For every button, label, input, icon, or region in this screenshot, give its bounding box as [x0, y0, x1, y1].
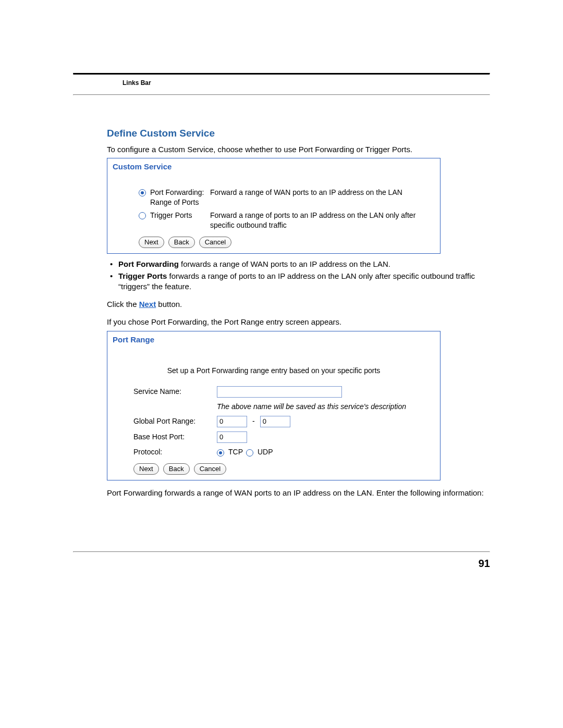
bullet-trigger-ports: Trigger Ports forwards a range of ports …	[107, 271, 490, 292]
row-global-port-range: Global Port Range: -	[113, 416, 435, 427]
custom-service-panel: Custom Service Port Forwarding: Range of…	[107, 158, 440, 254]
protocol-tcp-radio[interactable]	[217, 449, 224, 456]
page-number: 91	[479, 557, 490, 571]
base-host-port-label: Base Host Port:	[133, 432, 217, 442]
bullet-port-forwarding: Port Forwarding forwards a range of WAN …	[107, 259, 490, 269]
back-button[interactable]: Back	[168, 237, 195, 249]
click-next-line: Click the Next button.	[107, 299, 490, 310]
radio-selected-icon[interactable]	[139, 189, 146, 196]
port-range-panel: Port Range Set up a Port Forwarding rang…	[107, 331, 440, 480]
content-area: Define Custom Service To configure a Cus…	[107, 127, 490, 498]
section-title: Define Custom Service	[107, 127, 490, 140]
option-trigger-ports-label: Trigger Ports	[150, 211, 210, 220]
port-range-title: Port Range	[113, 335, 435, 345]
section-intro: To configure a Custom Service, choose wh…	[107, 144, 490, 155]
service-name-input[interactable]	[217, 386, 342, 398]
port-range-intro: Set up a Port Forwarding range entry bas…	[113, 366, 435, 376]
row-protocol: Protocol: TCP UDP	[113, 447, 435, 457]
custom-service-buttons: Next Back Cancel	[139, 237, 435, 249]
row-base-host-port: Base Host Port:	[113, 431, 435, 443]
port-range-buttons: Next Back Cancel	[133, 463, 435, 475]
next-button[interactable]: Next	[133, 463, 159, 475]
explanation-bullets: Port Forwarding forwards a range of WAN …	[107, 259, 490, 292]
protocol-udp-radio[interactable]	[246, 449, 253, 456]
bullet-term: Port Forwarding	[118, 260, 179, 268]
cancel-button[interactable]: Cancel	[194, 463, 226, 475]
row-service-name: Service Name:	[113, 386, 435, 398]
row-service-name-hint: The above name will be saved as this ser…	[113, 402, 435, 412]
top-thin-rule	[73, 94, 490, 95]
service-name-hint: The above name will be saved as this ser…	[217, 402, 406, 412]
custom-service-title: Custom Service	[113, 162, 435, 172]
option-port-forwarding-desc: Forward a range of WAN ports to an IP ad…	[210, 188, 435, 198]
click-next-suffix: button.	[156, 300, 182, 309]
protocol-udp-label: UDP	[258, 447, 273, 457]
service-name-label: Service Name:	[133, 387, 217, 397]
next-button[interactable]: Next	[139, 237, 164, 249]
closing-paragraph: Port Forwarding forwards a range of WAN …	[107, 488, 490, 498]
global-port-to-input[interactable]	[260, 416, 290, 427]
option-trigger-ports-desc: Forward a range of ports to an IP addres…	[210, 211, 435, 230]
back-button[interactable]: Back	[163, 463, 190, 475]
option-port-forwarding-label: Port Forwarding: Range of Ports	[150, 188, 210, 207]
footer-rule	[73, 551, 490, 552]
port-range-intro-text: If you chose Port Forwarding, the Port R…	[107, 317, 490, 327]
protocol-tcp-label: TCP	[228, 447, 243, 457]
global-port-range-label: Global Port Range:	[133, 416, 217, 426]
top-thick-rule	[73, 73, 490, 75]
document-page: Links Bar Define Custom Service To confi…	[0, 0, 563, 728]
protocol-label: Protocol:	[133, 447, 217, 457]
range-dash: -	[252, 416, 255, 426]
header-label: Links Bar	[123, 79, 490, 87]
option-trigger-ports[interactable]: Trigger Ports Forward a range of ports t…	[113, 211, 435, 230]
next-link[interactable]: Next	[139, 300, 156, 309]
bullet-term: Trigger Ports	[118, 272, 167, 280]
bullet-text: forwards a range of ports to an IP addre…	[118, 272, 475, 291]
radio-unselected-icon[interactable]	[139, 212, 146, 219]
click-next-prefix: Click the	[107, 300, 139, 309]
option-port-forwarding[interactable]: Port Forwarding: Range of Ports Forward …	[113, 188, 435, 207]
bullet-text: forwards a range of WAN ports to an IP a…	[179, 260, 390, 268]
cancel-button[interactable]: Cancel	[199, 237, 231, 249]
base-host-port-input[interactable]	[217, 431, 247, 443]
global-port-from-input[interactable]	[217, 416, 247, 427]
